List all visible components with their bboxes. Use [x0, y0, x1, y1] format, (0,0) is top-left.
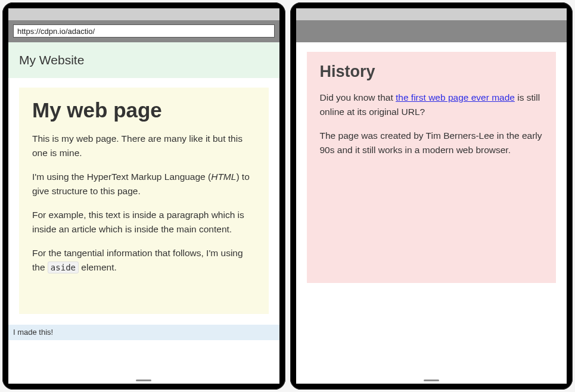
device-right-screen: History Did you know that the first web … [296, 8, 567, 384]
article-p4-post: element. [79, 262, 117, 272]
article-p4-code: aside [48, 262, 79, 273]
device-left: My Website My web page This is my web pa… [2, 2, 285, 390]
site-footer: I made this! [8, 325, 279, 340]
aside-p1: Did you know that the first web page eve… [320, 91, 543, 119]
article-heading: My web page [32, 98, 256, 122]
device-right: History Did you know that the first web … [290, 2, 573, 390]
main-content: My web page This is my web page. There a… [8, 78, 279, 325]
article-p3: For example, this text is inside a parag… [32, 208, 256, 237]
home-indicator-icon [136, 379, 151, 381]
article-p4: For the tangential information that foll… [32, 246, 256, 275]
page-viewport-right[interactable]: History Did you know that the first web … [296, 42, 567, 384]
aside-p2: The page was created by Tim Berners-Lee … [320, 129, 543, 157]
browser-toolbar-right [296, 20, 567, 42]
article-p1: This is my web page. There are many like… [32, 132, 256, 160]
site-header: My Website [8, 42, 279, 78]
first-web-page-link[interactable]: the first web page ever made [396, 92, 515, 102]
aside: History Did you know that the first web … [307, 52, 557, 283]
article-p2: I'm using the HyperText Markup Language … [32, 170, 256, 198]
padding [8, 340, 279, 345]
aside-wrapper: History Did you know that the first web … [296, 42, 567, 294]
site-title: My Website [19, 53, 84, 67]
footer-text: I made this! [13, 328, 53, 337]
url-input[interactable] [13, 24, 275, 38]
page-viewport-left[interactable]: My Website My web page This is my web pa… [8, 42, 279, 384]
article: My web page This is my web page. There a… [19, 88, 269, 314]
article-p2-pre: I'm using the HyperText Markup Language … [32, 172, 211, 182]
aside-heading: History [320, 63, 543, 81]
article-p2-em: HTML [211, 172, 236, 182]
home-indicator-icon [424, 379, 439, 381]
status-bar [296, 8, 567, 20]
aside-p1-pre: Did you know that [320, 92, 396, 102]
device-left-screen: My Website My web page This is my web pa… [8, 8, 279, 384]
status-bar [8, 8, 279, 20]
browser-toolbar [8, 20, 279, 42]
scroll-padding [296, 294, 567, 384]
